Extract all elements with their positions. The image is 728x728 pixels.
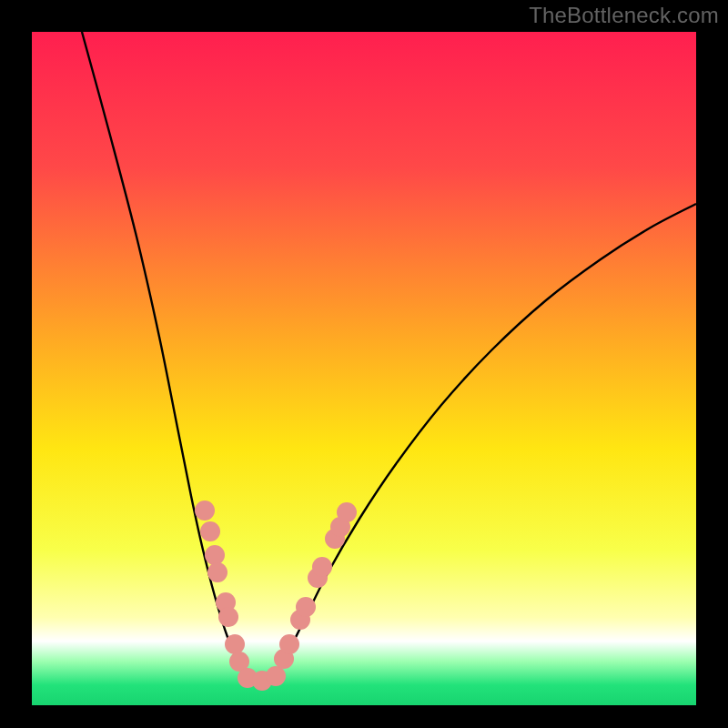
data-marker [337, 502, 357, 522]
watermark-text: TheBottleneck.com [529, 3, 719, 28]
data-marker [200, 521, 220, 541]
bottleneck-chart [0, 0, 728, 728]
data-marker [266, 666, 286, 686]
data-marker [296, 597, 316, 617]
figure-frame: TheBottleneck.com [0, 0, 728, 728]
plot-background [32, 32, 696, 705]
data-marker [279, 634, 299, 654]
data-marker [195, 500, 215, 521]
data-marker [207, 562, 228, 582]
data-marker [225, 634, 245, 654]
data-marker [205, 545, 225, 565]
data-marker [218, 607, 238, 627]
data-marker [312, 557, 332, 577]
